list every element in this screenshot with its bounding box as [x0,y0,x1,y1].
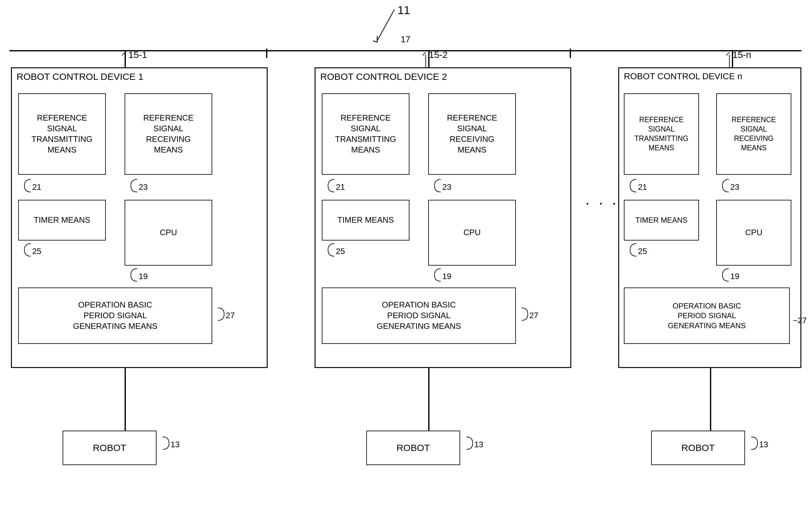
rcd2-timer-box: TIMER MEANS [322,200,409,241]
rcdn-ref-tx-num: 21 [624,178,662,194]
svg-text:19: 19 [442,271,451,281]
bus-line [9,50,801,51]
rcd2-ref-rx-box: REFERENCESIGNALRECEIVINGMEANS [428,93,516,175]
svg-text:21: 21 [638,182,647,192]
bus-divider-2 [570,48,571,58]
svg-text:23: 23 [442,182,451,192]
svg-text:27: 27 [226,311,235,320]
diagram: 11 17 15-1 ROBOT CONTROL DEVICE 1 REFERE… [0,0,812,508]
rcd2-op-text: OPERATION BASICPERIOD SIGNALGENERATING M… [376,300,461,331]
rcd2-op-box: OPERATION BASICPERIOD SIGNALGENERATING M… [322,288,516,344]
svg-text:19: 19 [139,271,148,281]
rcd1-ref-rx-text: REFERENCESIGNALRECEIVINGMEANS [143,113,193,155]
svg-line-14 [422,52,426,55]
rcdn-robot-text: ROBOT [681,442,715,453]
rcd1-op-num: 27 [215,306,246,322]
rcd1-robot-num: 13 [160,435,197,451]
rcd2-ref-tx-num: 21 [322,178,359,194]
svg-text:25: 25 [32,247,41,256]
rcd1-cpu-box: CPU [125,200,212,265]
rcd1-title: ROBOT CONTROL DEVICE 1 [16,72,143,82]
rcdn-robot-connector [710,368,711,431]
rcd2-robot-num: 13 [463,435,501,451]
svg-text:15-1: 15-1 [128,52,147,60]
rcd2-ref-tx-text: REFERENCESIGNALTRANSMITTINGMEANS [335,113,396,155]
rcd2-op-num: 27 [518,306,550,322]
rcd1-timer-text: TIMER MEANS [34,215,90,225]
svg-text:21: 21 [32,182,41,192]
bus-ref-label: 17 [401,35,410,44]
svg-text:25: 25 [638,247,647,256]
rcd1-cpu-text: CPU [160,227,177,238]
ref-11-arrow: 11 [360,6,422,47]
rcd1-box: ROBOT CONTROL DEVICE 1 REFERENCESIGNALTR… [11,67,268,368]
rcd1-bus-connector [125,50,126,67]
svg-line-0 [377,9,395,41]
svg-text:15-n: 15-n [732,52,751,60]
rcd1-timer-num: 25 [18,242,56,258]
rcd2-bus-connector [428,50,430,67]
rcd2-ref-rx-num: 23 [428,178,466,194]
rcdn-cpu-box: CPU [716,200,791,265]
rcd1-ref-rx-num: 23 [125,178,162,194]
rcd1-robot-box: ROBOT [62,431,156,465]
svg-line-2 [373,41,377,42]
rcd2-ref-rx-text: REFERENCESIGNALRECEIVINGMEANS [447,113,497,155]
svg-text:11: 11 [398,6,410,16]
rcdn-ref-tx-text: REFERENCESIGNALTRANSMITTINGMEANS [634,115,689,153]
rcdn-box: ROBOT CONTROL DEVICE n REFERENCESIGNALTR… [618,67,801,368]
bus-divider-1 [266,48,267,58]
rcd1-op-text: OPERATION BASICPERIOD SIGNALGENERATING M… [73,300,157,331]
rcd2-cpu-text: CPU [464,227,481,238]
rcdn-robot-num: 13 [748,435,786,451]
rcdn-ref-rx-box: REFERENCESIGNALRECEIVINGMEANS [716,93,791,175]
svg-text:25: 25 [336,247,345,256]
rcdn-op-num: ~27 [793,316,807,326]
svg-text:13: 13 [759,440,768,449]
rcdn-ref-rx-text: REFERENCESIGNALRECEIVINGMEANS [731,115,776,153]
rcdn-ref-rx-num: 23 [716,178,754,194]
svg-text:21: 21 [336,182,345,192]
rcd2-cpu-box: CPU [428,200,516,265]
svg-text:13: 13 [474,440,483,449]
rcd1-op-box: OPERATION BASICPERIOD SIGNALGENERATING M… [18,288,212,344]
rcd1-ref-tx-num: 21 [18,178,56,194]
rcd2-timer-text: TIMER MEANS [337,215,394,225]
rcdn-op-text: OPERATION BASICPERIOD SIGNALGENERATING M… [668,301,746,330]
rcdn-bus-connector [732,50,733,67]
rcd2-timer-num: 25 [322,242,359,258]
rcd1-robot-connector [125,368,126,431]
svg-text:15-2: 15-2 [429,52,448,60]
rcd2-robot-text: ROBOT [397,442,430,453]
rcd2-ref-tx-box: REFERENCESIGNALTRANSMITTINGMEANS [322,93,409,175]
svg-line-23 [726,52,729,55]
rcdn-title: ROBOT CONTROL DEVICE n [624,72,742,81]
rcd2-title: ROBOT CONTROL DEVICE 2 [320,72,447,82]
rcd1-ref-rx-box: REFERENCESIGNALRECEIVINGMEANS [125,93,212,175]
rcdn-robot-box: ROBOT [651,431,745,465]
rcd2-robot-box: ROBOT [366,431,460,465]
rcd2-cpu-num: 19 [428,267,466,283]
svg-text:13: 13 [171,440,180,449]
svg-text:23: 23 [139,182,148,192]
rcd1-timer-box: TIMER MEANS [18,200,106,241]
rcdn-cpu-num: 19 [716,267,754,283]
rcd2-box: ROBOT CONTROL DEVICE 2 REFERENCESIGNALTR… [315,67,571,368]
svg-text:19: 19 [730,271,739,281]
rcdn-cpu-text: CPU [745,227,763,238]
svg-text:27: 27 [529,311,538,320]
rcd1-ref-tx-text: REFERENCESIGNALTRANSMITTINGMEANS [32,113,93,155]
rcd1-cpu-num: 19 [125,267,162,283]
rcdn-op-box: OPERATION BASICPERIOD SIGNALGENERATING M… [624,288,790,344]
rcdn-timer-box: TIMER MEANS [624,200,699,241]
rcdn-timer-num: 25 [624,242,662,258]
rcdn-timer-text: TIMER MEANS [635,215,688,225]
rcdn-ref-tx-box: REFERENCESIGNALTRANSMITTINGMEANS [624,93,699,175]
rcd1-robot-text: ROBOT [93,442,127,453]
rcd1-ref-tx-box: REFERENCESIGNALTRANSMITTINGMEANS [18,93,106,175]
svg-text:23: 23 [730,182,739,192]
rcd2-robot-connector [428,368,430,431]
